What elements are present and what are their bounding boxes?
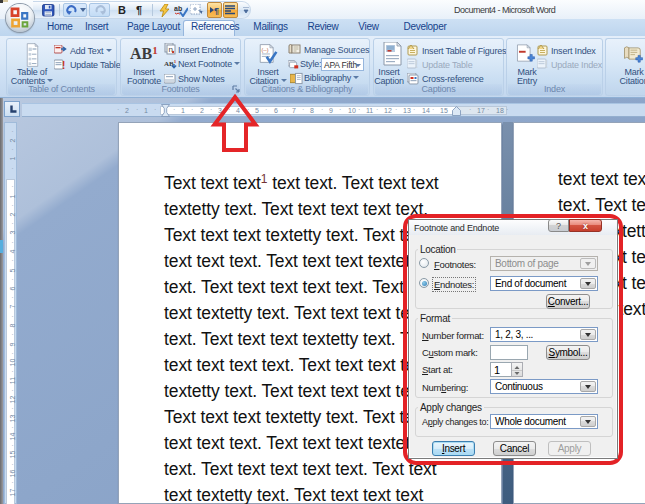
svg-text:ab: ab — [174, 5, 182, 12]
svg-text:¶: ¶ — [214, 6, 219, 15]
svg-text:!: ! — [545, 59, 548, 70]
svg-text:(--): (--) — [261, 47, 268, 53]
svg-text:!: ! — [415, 59, 418, 70]
svg-text:!: ! — [62, 60, 65, 71]
